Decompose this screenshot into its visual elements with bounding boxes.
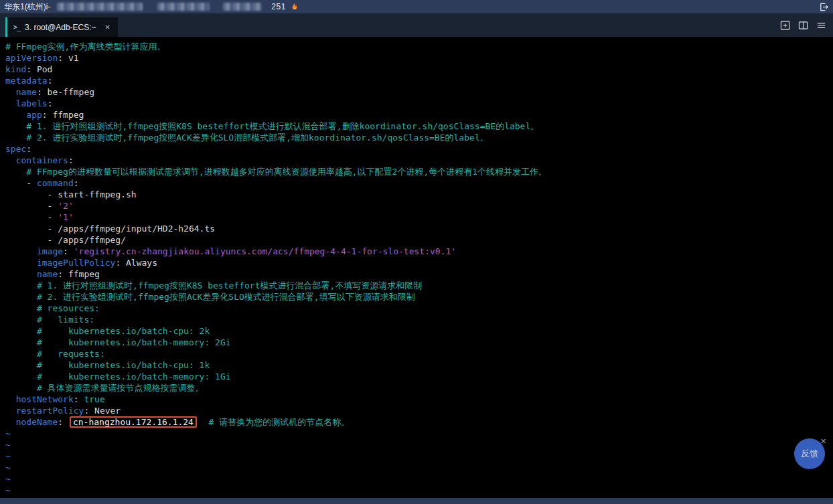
- redacted-public-ip: [223, 3, 262, 11]
- terminal-text-plain: :: [58, 417, 68, 427]
- terminal-line: containers:: [5, 155, 833, 166]
- terminal-text-plain: [5, 121, 26, 131]
- terminal-line: # kubernetes.io/batch-memory: 2Gi: [5, 337, 833, 348]
- terminal-text-key: hostNetwork: [16, 394, 74, 404]
- terminal-text-plain: : v1: [58, 53, 78, 63]
- terminal-text-comment: # 1. 进行对照组测试时,ffmpeg按照K8S besteffort模式进行…: [26, 121, 539, 131]
- terminal-text-string: '2': [58, 201, 73, 211]
- terminal-text-plain: -: [5, 178, 37, 188]
- terminal-text-key: app: [26, 110, 42, 120]
- terminal-text-key: containers: [16, 155, 68, 165]
- terminal-text-plain: :: [48, 76, 53, 86]
- terminal-text-plain: -: [5, 212, 58, 222]
- terminal-text-key: metadata: [5, 76, 48, 86]
- terminal-line: spec:: [5, 143, 833, 155]
- terminal-text-comment: # kubernetes.io/batch-memory: 2Gi: [37, 337, 231, 347]
- terminal-text-plain: [5, 417, 16, 427]
- split-horizontal-icon[interactable]: [816, 20, 826, 30]
- terminal-text-plain: [5, 360, 37, 370]
- terminal-line: # 具体资源需求量请按节点规格按需调整。: [5, 382, 833, 394]
- terminal-line: name: be-ffmpeg: [5, 86, 833, 98]
- terminal-line: kind: Pod: [5, 64, 833, 75]
- terminal-line: # kubernetes.io/batch-cpu: 2k: [5, 325, 833, 337]
- terminal-body[interactable]: # FFmpeg实例,作为离线类型计算应用。apiVersion: v1kind…: [0, 37, 833, 498]
- terminal-text-plain: [5, 292, 37, 302]
- terminal-line: # 1. 进行对照组测试时,ffmpeg按照K8S besteffort模式进行…: [5, 280, 833, 291]
- terminal-text-plain: [5, 394, 16, 404]
- terminal-text-plain: : Always: [115, 258, 157, 268]
- terminal-line: nodeName: cn-hangzhou.172.16.1.24 # 请替换为…: [5, 416, 833, 428]
- terminal-text-plain: [5, 280, 37, 290]
- terminal-text-plain: :: [74, 394, 84, 404]
- terminal-line: ~: [5, 428, 833, 439]
- terminal-text-plain: : be-ffmpeg: [37, 87, 94, 97]
- new-tab-icon[interactable]: [780, 20, 790, 30]
- terminal-text-plain: :: [74, 178, 79, 188]
- terminal-text-key: name: [37, 269, 58, 279]
- hot-flame-icon: [290, 2, 299, 11]
- terminal-line: # FFmpeg实例,作为离线类型计算应用。: [5, 41, 833, 52]
- exit-session-icon[interactable]: [819, 2, 829, 12]
- terminal-line: ~: [5, 473, 833, 485]
- terminal-text-plain: [5, 258, 37, 268]
- terminal-text-plain: : Never: [84, 406, 121, 416]
- top-bar: 华东1(杭州)i- 251: [0, 0, 833, 13]
- highlighted-node-name: cn-hangzhou.172.16.1.24: [70, 416, 197, 428]
- terminal-line: # resources:: [5, 303, 833, 314]
- terminal-line: # requests:: [5, 348, 833, 359]
- terminal-line: image: 'registry.cn-zhangjiakou.aliyuncs…: [5, 246, 833, 257]
- terminal-line: - '2': [5, 200, 833, 212]
- terminal-text-plain: [5, 133, 26, 143]
- terminal-text-plain: [5, 269, 37, 279]
- terminal-text-plain: -: [5, 201, 58, 211]
- terminal-text-comment: # kubernetes.io/batch-cpu: 1k: [37, 360, 210, 370]
- terminal-text-plain: :: [63, 246, 74, 256]
- terminal-text-comment: # limits:: [37, 315, 94, 325]
- terminal-text-plain: - start-ffmpeg.sh: [5, 189, 137, 199]
- terminal-text-key: nodeName: [16, 417, 58, 427]
- terminal-line: # FFmpeg的进程数量可以根据测试需求调节,进程数越多对应的离线资源使用率越…: [5, 166, 833, 177]
- terminal-text-tilde: ~: [5, 485, 11, 495]
- terminal-line: # 2. 进行实验组测试时,ffmpeg按照ACK差异化SLO混部模式部署,增加…: [5, 132, 833, 143]
- region-instance-label: 华东1(杭州)i-: [4, 0, 50, 13]
- tab-actions: [780, 20, 826, 30]
- terminal-text-comment: # 请替换为您的测试机的节点名称。: [209, 417, 350, 427]
- terminal-text-plain: [5, 371, 37, 382]
- terminal-tab[interactable]: >_ 3. root@Adb-ECS:~ ×: [5, 17, 118, 37]
- terminal-text-comment: # FFmpeg实例,作为离线类型计算应用。: [5, 41, 165, 52]
- terminal-text-key: imagePullPolicy: [37, 258, 115, 268]
- terminal-text-plain: [5, 315, 37, 325]
- terminal-line: # 2. 进行实验组测试时,ffmpeg按照ACK差异化SLO模式进行混合部署,…: [5, 291, 833, 303]
- terminal-line: - start-ffmpeg.sh: [5, 189, 833, 200]
- redacted-private-ip: [157, 3, 210, 11]
- terminal-line: metadata:: [5, 75, 833, 86]
- split-vertical-icon[interactable]: [798, 20, 808, 30]
- terminal-text-string: 'registry.cn-zhangjiakou.aliyuncs.com/ac…: [74, 246, 456, 256]
- terminal-text-key: labels: [16, 98, 48, 108]
- terminal-line: name: ffmpeg: [5, 268, 833, 280]
- feedback-close-icon[interactable]: ×: [820, 435, 826, 446]
- terminal-line: labels:: [5, 98, 833, 109]
- tab-label: 3. root@Adb-ECS:~: [25, 23, 96, 32]
- terminal-line: ~: [5, 439, 833, 450]
- terminal-text-tilde: ~: [5, 451, 11, 461]
- terminal-line: ~: [5, 462, 833, 473]
- notification-count: 251: [271, 0, 286, 13]
- terminal-text-plain: : ffmpeg: [42, 110, 84, 120]
- terminal-text-plain: - /apps/ffmpeg/: [5, 235, 126, 245]
- terminal-text-plain: [5, 98, 16, 108]
- workbench-window: 华东1(杭州)i- 251 >_ 3. root@Adb-ECS:~ ×: [0, 0, 833, 37]
- terminal-text-comment: # kubernetes.io/batch-cpu: 2k: [37, 326, 210, 336]
- tab-close-icon[interactable]: ×: [105, 22, 110, 32]
- terminal-line: restartPolicy: Never: [5, 405, 833, 416]
- terminal-text-comment: # kubernetes.io/batch-memory: 1Gi: [37, 371, 231, 382]
- terminal-line: app: ffmpeg: [5, 109, 833, 120]
- terminal-line: - '1': [5, 212, 833, 223]
- terminal-text-plain: - /apps/ffmpeg/input/HD2-h264.ts: [5, 224, 215, 234]
- terminal-line: # kubernetes.io/batch-cpu: 1k: [5, 359, 833, 371]
- terminal-text-tilde: ~: [5, 428, 11, 438]
- terminal-text-plain: [5, 246, 37, 256]
- terminal-text-plain: [198, 417, 209, 427]
- terminal-text-comment: # 2. 进行实验组测试时,ffmpeg按照ACK差异化SLO模式进行混合部署,…: [37, 292, 415, 302]
- terminal-line: apiVersion: v1: [5, 52, 833, 64]
